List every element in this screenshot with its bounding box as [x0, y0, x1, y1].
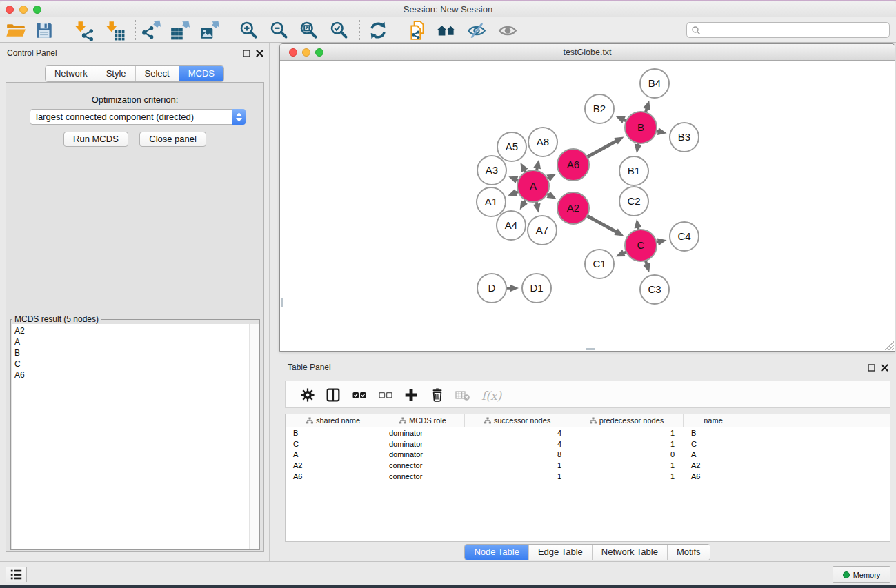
table-cell[interactable]: A	[286, 450, 381, 458]
table-cell[interactable]: dominator	[381, 440, 465, 448]
table-settings-icon[interactable]	[301, 388, 315, 402]
table-cell[interactable]: connector	[381, 461, 465, 469]
task-history-button[interactable]	[6, 567, 27, 582]
close-table-panel-icon[interactable]	[881, 364, 888, 372]
table-cell[interactable]: 0	[570, 450, 684, 458]
table-row[interactable]: A6connector11A6	[286, 471, 890, 482]
table-cell[interactable]: 1	[570, 429, 684, 437]
table-row[interactable]: Adominator80A	[286, 449, 890, 460]
select-all-icon[interactable]	[352, 388, 366, 402]
table-cell[interactable]: B	[286, 429, 381, 437]
tab-mcds[interactable]: MCDS	[179, 66, 223, 81]
column-header-shared-name[interactable]: shared name	[286, 414, 381, 427]
mcds-result-item[interactable]: A6	[14, 369, 248, 381]
hide-selected-icon[interactable]	[466, 20, 487, 41]
edge-A2-C[interactable]	[586, 215, 617, 232]
network-graph[interactable]: AA1A2A3A4A5A6A7A8BB1B2B3B4CC1C2C3C4DD1	[281, 61, 894, 351]
graph-node-label: B	[637, 121, 644, 133]
graph-node-label: A2	[567, 202, 579, 214]
tab-node-table[interactable]: Node Table	[465, 545, 529, 560]
split-view-icon[interactable]	[326, 388, 340, 402]
edge-arrowhead	[508, 189, 517, 196]
mcds-result-list[interactable]: A2ABCA6	[14, 325, 248, 547]
table-cell[interactable]: C	[684, 440, 743, 448]
table-cell[interactable]: A	[684, 450, 743, 458]
duplicate-network-icon[interactable]	[408, 20, 428, 41]
search-field[interactable]	[686, 22, 890, 38]
close-panel-icon[interactable]	[256, 50, 263, 57]
network-window-titlebar[interactable]: testGlobe.txt	[280, 44, 895, 61]
criterion-dropdown[interactable]: largest connected component (directed)	[30, 109, 246, 125]
table-cell[interactable]: connector	[381, 472, 465, 480]
export-image-icon[interactable]	[199, 20, 220, 41]
network-canvas[interactable]: AA1A2A3A4A5A6A7A8BB1B2B3B4CC1C2C3C4DD1	[281, 61, 894, 351]
tab-style[interactable]: Style	[97, 66, 136, 81]
zoom-in-icon[interactable]	[239, 20, 259, 41]
import-table-icon[interactable]	[104, 20, 125, 41]
table-cell[interactable]: dominator	[381, 429, 465, 437]
graph-node-label: B2	[593, 103, 606, 114]
table-cell[interactable]: 1	[465, 461, 570, 469]
resize-grip[interactable]	[885, 341, 894, 350]
tab-network-table[interactable]: Network Table	[593, 545, 668, 560]
column-header-MCDS-role[interactable]: MCDS role	[381, 414, 465, 427]
table-cell[interactable]: 1	[570, 440, 684, 448]
toolbar-separator	[135, 20, 136, 40]
table-cell[interactable]: 1	[465, 472, 570, 480]
close-panel-button[interactable]: Close panel	[139, 132, 206, 147]
import-network-icon[interactable]	[73, 20, 94, 41]
table-cell[interactable]: A2	[286, 461, 381, 469]
node-table[interactable]: shared nameMCDS rolesuccessor nodesprede…	[285, 414, 890, 542]
save-session-icon[interactable]	[34, 20, 54, 41]
result-scrollbar[interactable]	[249, 324, 259, 549]
float-table-panel-icon[interactable]	[868, 364, 875, 372]
export-network-icon[interactable]	[141, 20, 161, 41]
add-column-icon[interactable]	[404, 388, 418, 402]
table-cell[interactable]: A6	[684, 472, 743, 480]
mcds-result-item[interactable]: B	[14, 347, 248, 358]
edge-A6-B[interactable]	[586, 141, 617, 158]
edge-arrowhead	[510, 285, 519, 292]
tab-motifs[interactable]: Motifs	[668, 545, 710, 560]
mcds-result-item[interactable]: C	[14, 358, 248, 369]
table-cell[interactable]: C	[286, 440, 381, 448]
table-cell[interactable]: A2	[684, 461, 743, 469]
table-row[interactable]: Cdominator41C	[286, 438, 890, 449]
table-cell[interactable]: 4	[465, 440, 570, 448]
mcds-result-title: MCDS result (5 nodes)	[12, 314, 101, 324]
column-header-predecessor-nodes[interactable]: predecessor nodes	[570, 414, 684, 427]
edge-arrowhead	[635, 144, 642, 154]
open-file-icon[interactable]	[6, 20, 26, 41]
table-cell[interactable]: B	[684, 429, 743, 437]
graph-node-label: A7	[536, 224, 548, 236]
table-row[interactable]: A2connector11A2	[286, 460, 890, 471]
zoom-selected-icon[interactable]	[329, 20, 350, 41]
export-table-icon[interactable]	[170, 20, 190, 41]
table-cell[interactable]: 4	[465, 429, 570, 437]
delete-column-icon[interactable]	[430, 388, 444, 402]
graph-node-label: C3	[648, 283, 661, 295]
zoom-fit-icon[interactable]	[299, 20, 319, 41]
mcds-result-item[interactable]: A2	[14, 325, 248, 336]
float-panel-icon[interactable]	[243, 50, 250, 57]
run-mcds-button[interactable]: Run MCDS	[63, 132, 128, 147]
refresh-layout-icon[interactable]	[368, 20, 388, 41]
tab-select[interactable]: Select	[136, 66, 179, 81]
tab-network[interactable]: Network	[46, 66, 97, 81]
tab-edge-table[interactable]: Edge Table	[529, 545, 593, 560]
column-header-successor-nodes[interactable]: successor nodes	[465, 414, 570, 427]
zoom-out-icon[interactable]	[269, 20, 290, 41]
column-header-name[interactable]: name	[684, 414, 743, 427]
table-cell[interactable]: 8	[465, 450, 570, 458]
table-cell[interactable]: 1	[570, 472, 684, 480]
table-cell[interactable]: A6	[286, 472, 381, 480]
first-neighbors-icon[interactable]	[436, 20, 457, 41]
deselect-all-icon[interactable]	[379, 388, 392, 402]
mcds-result-item[interactable]: A	[14, 336, 248, 347]
table-row[interactable]: Bdominator41B	[286, 427, 890, 438]
table-cell[interactable]: dominator	[381, 450, 465, 458]
table-cell[interactable]: 1	[570, 461, 684, 469]
show-all-icon[interactable]	[497, 20, 518, 41]
memory-button[interactable]: Memory	[833, 566, 890, 583]
search-input[interactable]	[704, 23, 889, 37]
